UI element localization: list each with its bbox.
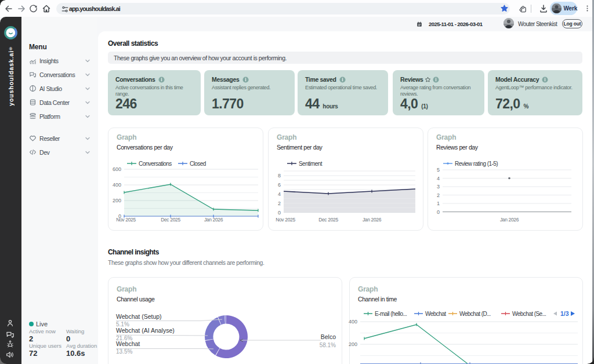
svg-text:0: 0 [437, 209, 440, 215]
svg-text:8: 8 [278, 173, 281, 179]
svg-text:4: 4 [278, 191, 281, 197]
svg-text:5.1%: 5.1% [116, 321, 129, 327]
svg-text:5: 5 [437, 167, 440, 173]
svg-text:3: 3 [437, 184, 440, 190]
svg-text:0: 0 [278, 210, 281, 216]
svg-text:400: 400 [349, 319, 357, 325]
svg-text:21.6%: 21.6% [116, 335, 132, 341]
svg-text:Webchat (Se...: Webchat (Se... [512, 311, 546, 317]
svg-text:E-mail (hello...: E-mail (hello... [375, 311, 407, 317]
svg-text:Nov 2025: Nov 2025 [116, 217, 136, 223]
svg-text:Webchat (D...: Webchat (D... [459, 311, 491, 317]
svg-text:Nov 2025: Nov 2025 [276, 217, 295, 223]
svg-text:Conversations: Conversations [139, 161, 172, 167]
svg-text:2: 2 [278, 201, 281, 206]
svg-text:400: 400 [113, 182, 121, 188]
svg-text:200: 200 [113, 198, 121, 203]
svg-text:Jan 2026: Jan 2026 [500, 217, 519, 223]
svg-text:Sentiment: Sentiment [299, 161, 323, 167]
svg-text:Jan 2026: Jan 2026 [204, 217, 223, 223]
svg-text:600: 600 [113, 166, 121, 172]
svg-text:1/3: 1/3 [560, 310, 569, 317]
svg-text:Webchat: Webchat [425, 311, 446, 317]
svg-text:6: 6 [278, 182, 281, 188]
svg-text:13.5%: 13.5% [116, 348, 132, 355]
svg-text:Belco: Belco [321, 333, 336, 340]
svg-text:Jan 2026: Jan 2026 [363, 217, 382, 223]
svg-text:Dec 2025: Dec 2025 [318, 217, 338, 223]
svg-text:Webchat (AI Analyse): Webchat (AI Analyse) [116, 327, 175, 334]
svg-text:58.1%: 58.1% [320, 342, 336, 348]
svg-text:Review rating (1-5): Review rating (1-5) [455, 161, 498, 167]
svg-text:1: 1 [437, 201, 440, 206]
svg-text:200: 200 [349, 341, 357, 347]
svg-text:Dec 2025: Dec 2025 [161, 217, 180, 223]
svg-text:Closed: Closed [190, 161, 206, 167]
svg-text:Webchat (Setup): Webchat (Setup) [116, 313, 162, 320]
svg-text:2: 2 [437, 192, 440, 198]
svg-text:4: 4 [437, 176, 440, 181]
